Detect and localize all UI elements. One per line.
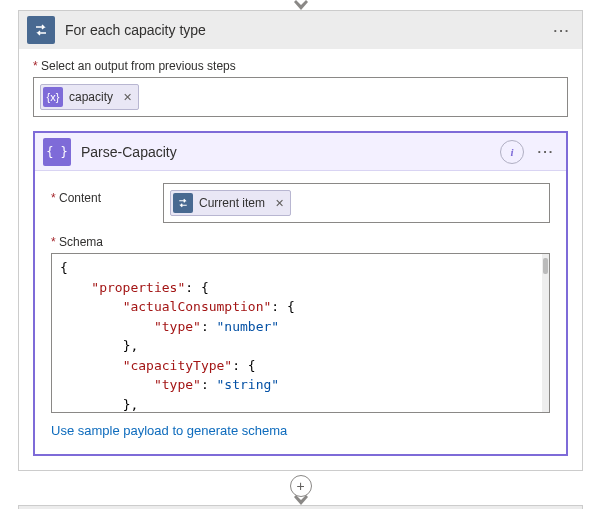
foreach-header[interactable]: For each capacity type ···: [19, 11, 582, 49]
parse-json-icon: { }: [43, 138, 71, 166]
current-item-label: Current item: [199, 196, 265, 210]
variable-icon: {x}: [43, 87, 63, 107]
ellipsis-icon: ···: [554, 23, 571, 38]
loop-icon: [27, 16, 55, 44]
foreach-card: For each capacity type ··· Select an out…: [18, 10, 583, 471]
capacity-token[interactable]: {x} capacity ✕: [40, 84, 139, 110]
ellipsis-icon: ···: [538, 144, 555, 159]
foreach-menu-button[interactable]: ···: [550, 18, 574, 42]
select-output-label: Select an output from previous steps: [33, 59, 568, 73]
sample-payload-link[interactable]: Use sample payload to generate schema: [51, 423, 287, 438]
remove-current-item-token[interactable]: ✕: [275, 197, 284, 210]
schema-label: Schema: [51, 235, 550, 249]
select-output-input[interactable]: {x} capacity ✕: [33, 77, 568, 117]
content-label: Content: [51, 191, 151, 205]
parse-header[interactable]: { } Parse-Capacity i ···: [35, 133, 566, 171]
info-button[interactable]: i: [500, 140, 524, 164]
parse-menu-button[interactable]: ···: [534, 140, 558, 164]
arrow-down-icon: [294, 0, 308, 10]
parse-title: Parse-Capacity: [81, 144, 490, 160]
scrollbar[interactable]: [542, 254, 549, 412]
remove-capacity-token[interactable]: ✕: [123, 91, 132, 104]
add-step-button[interactable]: +: [290, 475, 312, 497]
content-input[interactable]: Current item ✕: [163, 183, 550, 223]
foreach-title: For each capacity type: [65, 22, 540, 38]
loop-item-icon: [173, 193, 193, 213]
parse-capacity-card: { } Parse-Capacity i ··· Content: [33, 131, 568, 456]
current-item-token[interactable]: Current item ✕: [170, 190, 291, 216]
capacity-token-label: capacity: [69, 90, 113, 104]
schema-textarea[interactable]: { "properties": { "actualConsumption": {…: [51, 253, 550, 413]
switch-card: Switch ···: [18, 505, 583, 509]
